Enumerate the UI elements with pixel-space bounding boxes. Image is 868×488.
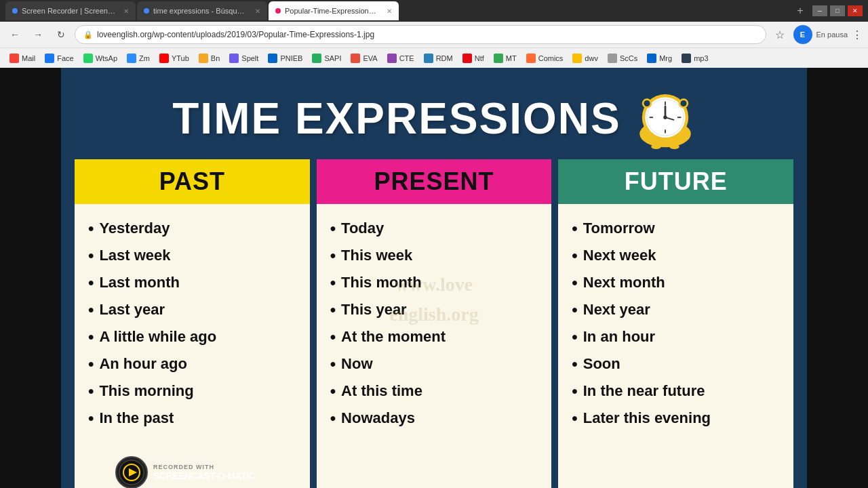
bullet-icon: • <box>572 273 577 292</box>
bullet-icon: • <box>88 300 94 319</box>
svg-point-16 <box>669 144 679 149</box>
column-header-past: PAST <box>75 159 310 204</box>
item-text: Next year <box>583 301 650 319</box>
browser-tab-tab2[interactable]: time expressions - Búsqueda de...✕ <box>137 1 267 20</box>
list-item: •Last month <box>88 269 299 296</box>
bookmark-wtsap[interactable]: WtsAp <box>79 52 121 64</box>
bookmark-label: EVA <box>363 54 377 62</box>
list-item: •In an hour <box>572 323 783 350</box>
list-item: •Last year <box>88 296 299 323</box>
tab-favicon <box>12 8 18 14</box>
back-button[interactable]: ← <box>5 25 24 44</box>
item-text: This morning <box>99 382 193 400</box>
item-text: Next week <box>583 247 656 264</box>
bookmark-icon <box>9 54 19 63</box>
bookmark-icon <box>608 54 617 63</box>
tab-close-button[interactable]: ✕ <box>387 7 392 15</box>
column-body-past: •Yesterday•Last week•Last month•Last yea… <box>75 204 310 488</box>
bookmark-sapi[interactable]: SAPI <box>308 52 345 64</box>
bookmark-eva[interactable]: EVA <box>347 52 381 64</box>
tab-label: Popular-Time-Expressions-1.jpg <box>285 7 380 15</box>
screencast-overlay: RECORDED WITH SCREENCAST-O-MATIC <box>115 456 255 488</box>
bookmark-icon <box>462 54 472 63</box>
tab-label: time expressions - Búsqueda de... <box>153 7 248 15</box>
bookmark-cte[interactable]: CTE <box>383 52 418 64</box>
browser-chrome: Screen Recorder | Screencast-O...✕time e… <box>0 0 868 68</box>
bookmark-icon <box>424 54 433 63</box>
bookmark-mail[interactable]: Mail <box>5 52 39 64</box>
bookmark-label: Spelt <box>241 54 258 62</box>
item-text: Later this evening <box>583 409 711 427</box>
bookmark-label: YTub <box>172 54 189 62</box>
bookmark-sccs[interactable]: ScCs <box>604 52 642 64</box>
bookmark-bn[interactable]: Bn <box>195 52 224 64</box>
bookmark-label: WtsAp <box>96 54 117 62</box>
close-button[interactable]: ✕ <box>848 5 863 16</box>
bookmark-ntf[interactable]: Ntf <box>458 52 488 64</box>
bookmark-label: dwv <box>585 54 598 62</box>
bullet-icon: • <box>330 382 336 401</box>
bullet-icon: • <box>88 354 94 373</box>
bullet-icon: • <box>88 409 94 428</box>
tab-close-button[interactable]: ✕ <box>123 7 129 15</box>
forward-button[interactable]: → <box>28 25 47 44</box>
bookmark-dwv[interactable]: dwv <box>568 52 602 64</box>
bullet-icon: • <box>330 273 336 292</box>
item-text: Tomorrow <box>583 220 655 237</box>
tab-favicon <box>275 8 281 14</box>
minimize-button[interactable]: ─ <box>812 5 827 16</box>
bookmark-mt[interactable]: MT <box>490 52 521 64</box>
column-body-future: •Tomorrow•Next week•Next month•Next year… <box>558 204 793 488</box>
bookmark-icon <box>268 54 277 63</box>
bullet-icon: • <box>572 327 577 346</box>
title-text: TIME EXPRESSIONS <box>172 94 620 144</box>
menu-button[interactable]: ⋮ <box>852 28 863 41</box>
list-item: •Tomorrow <box>572 215 783 242</box>
tab-favicon <box>144 8 149 14</box>
profile-button[interactable]: E <box>793 25 812 44</box>
bullet-icon: • <box>330 409 336 428</box>
browser-tab-tab1[interactable]: Screen Recorder | Screencast-O...✕ <box>5 1 136 20</box>
bookmark-button[interactable]: ☆ <box>770 25 789 44</box>
column-past: PAST•Yesterday•Last week•Last month•Last… <box>75 159 310 488</box>
svg-point-14 <box>680 100 686 106</box>
infographic-title: TIME EXPRESSIONS <box>75 81 793 159</box>
reload-button[interactable]: ↻ <box>52 25 71 44</box>
bookmark-mrg[interactable]: Mrg <box>643 52 676 64</box>
tab-close-button[interactable]: ✕ <box>255 7 260 15</box>
list-item: •Next month <box>572 269 783 296</box>
bookmark-label: mp3 <box>694 54 708 62</box>
bookmark-icon <box>682 54 691 63</box>
bookmark-ytub[interactable]: YTub <box>155 52 193 64</box>
bookmark-label: Comics <box>538 54 564 62</box>
item-text: This week <box>341 247 412 264</box>
item-text: A little while ago <box>99 328 216 346</box>
browser-tab-tab3[interactable]: Popular-Time-Expressions-1.jpg✕ <box>269 1 399 20</box>
item-text: In the past <box>99 409 174 427</box>
bookmark-zm[interactable]: Zm <box>123 52 154 64</box>
bullet-icon: • <box>88 246 94 265</box>
list-item: •Next year <box>572 296 783 323</box>
address-bar[interactable]: 🔒 loveenglish.org/wp-content/uploads/201… <box>75 25 766 44</box>
columns-container: PAST•Yesterday•Last week•Last month•Last… <box>75 159 793 488</box>
bullet-icon: • <box>572 382 577 401</box>
list-item: •Today <box>330 215 541 242</box>
new-tab-button[interactable]: + <box>791 1 810 20</box>
bookmark-comics[interactable]: Comics <box>522 52 568 64</box>
main-content: TIME EXPRESSIONS <box>0 68 868 488</box>
address-text: loveenglish.org/wp-content/uploads/2019/… <box>97 30 757 39</box>
bookmark-mp3[interactable]: mp3 <box>677 52 712 64</box>
bookmark-label: Zm <box>139 54 150 62</box>
bookmark-spelt[interactable]: Spelt <box>225 52 262 64</box>
maximize-button[interactable]: □ <box>830 5 845 16</box>
bookmark-icon <box>229 54 239 63</box>
bullet-icon: • <box>330 300 336 319</box>
column-header-present: PRESENT <box>317 159 552 204</box>
item-text: Next month <box>583 274 665 291</box>
bookmark-rdm[interactable]: RDM <box>420 52 457 64</box>
bookmark-label: RDM <box>436 54 453 62</box>
bookmark-pnieb[interactable]: PNIEB <box>264 52 307 64</box>
screencast-logo <box>115 456 148 488</box>
item-text: Last month <box>99 274 180 291</box>
bookmark-face[interactable]: Face <box>41 52 77 64</box>
